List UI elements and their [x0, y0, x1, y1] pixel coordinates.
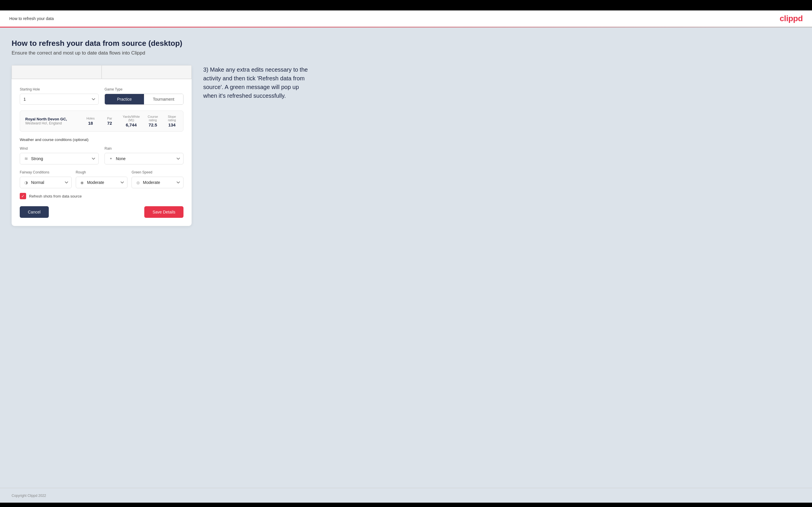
wind-icon [23, 156, 29, 161]
logo: clippd [780, 14, 803, 23]
holes-label: Holes [85, 117, 97, 120]
green-speed-chevron [176, 180, 180, 184]
form-tab-left[interactable] [12, 65, 102, 79]
course-location: Westward Ho!, England [25, 121, 78, 125]
rough-chevron [120, 180, 124, 184]
starting-hole-col: Starting Hole 1 [20, 87, 99, 105]
par-label: Par [104, 117, 116, 120]
refresh-label: Refresh shots from data source [29, 194, 82, 199]
conditions-row: Fairway Conditions Normal Rough [20, 170, 184, 188]
starting-hole-label: Starting Hole [20, 87, 99, 91]
rain-chevron [176, 157, 180, 161]
starting-hole-game-type-row: Starting Hole 1 Game Type Practice Tou [20, 87, 184, 105]
header: How to refresh your data clippd [0, 10, 812, 27]
wind-value: Strong [31, 156, 43, 161]
cancel-button[interactable]: Cancel [20, 206, 49, 218]
green-speed-icon [135, 180, 141, 185]
green-speed-col: Green Speed Moderate [132, 170, 184, 188]
fairway-label: Fairway Conditions [20, 170, 72, 174]
yards-value: 6,744 [122, 122, 140, 127]
rough-icon [80, 180, 85, 185]
refresh-checkbox-row: ✓ Refresh shots from data source [20, 193, 184, 199]
rain-label: Rain [104, 147, 184, 151]
game-type-label: Game Type [104, 87, 184, 91]
form-card-inner: Starting Hole 1 Game Type Practice Tou [12, 79, 192, 226]
fairway-chevron [64, 180, 68, 184]
rough-col: Rough Moderate [76, 170, 128, 188]
starting-hole-select[interactable]: 1 [20, 94, 99, 105]
wind-select[interactable]: Strong [20, 153, 99, 164]
main-content: How to refresh your data from source (de… [0, 27, 812, 488]
tournament-button[interactable]: Tournament [144, 94, 183, 104]
side-instruction: 3) Make any extra edits necessary to the… [203, 65, 313, 100]
form-card: Starting Hole 1 Game Type Practice Tou [12, 65, 192, 226]
wind-rain-row: Wind Strong Rain None [20, 147, 184, 164]
slope-rating-label: Slope rating [166, 115, 178, 122]
course-name: Royal North Devon GC, [25, 117, 78, 121]
fairway-select[interactable]: Normal [20, 177, 72, 188]
practice-button[interactable]: Practice [105, 94, 144, 104]
fairway-value: Normal [31, 180, 44, 185]
yards-label: Yards/White (M)) [122, 115, 140, 122]
page-heading: How to refresh your data from source (de… [12, 39, 800, 48]
course-stat-slope-rating: Slope rating 134 [166, 115, 178, 127]
form-tab-right[interactable] [102, 65, 192, 79]
starting-hole-chevron [92, 97, 96, 101]
starting-hole-value: 1 [23, 97, 26, 102]
checkmark-icon: ✓ [21, 194, 25, 198]
course-stat-holes: Holes 18 [85, 117, 97, 126]
course-stat-par: Par 72 [104, 117, 116, 126]
refresh-checkbox[interactable]: ✓ [20, 193, 26, 199]
course-stat-course-rating: Course rating 72.5 [147, 115, 159, 127]
green-speed-value: Moderate [143, 180, 160, 185]
form-top-tabs [12, 65, 192, 79]
wind-col: Wind Strong [20, 147, 99, 164]
course-rating-label: Course rating [147, 115, 159, 122]
weather-section-title: Weather and course conditions (optional) [20, 137, 184, 142]
green-speed-label: Green Speed [132, 170, 184, 174]
rain-col: Rain None [104, 147, 184, 164]
top-bar [0, 0, 812, 10]
rough-label: Rough [76, 170, 128, 174]
header-title: How to refresh your data [9, 16, 54, 21]
rain-icon [108, 156, 113, 161]
course-name-block: Royal North Devon GC, Westward Ho!, Engl… [25, 117, 78, 125]
footer: Copyright Clippd 2022 [0, 488, 812, 503]
course-info-row: Royal North Devon GC, Westward Ho!, Engl… [20, 111, 184, 132]
rough-select[interactable]: Moderate [76, 177, 128, 188]
footer-copyright: Copyright Clippd 2022 [12, 494, 46, 498]
wind-chevron [92, 157, 96, 161]
course-rating-value: 72.5 [147, 122, 159, 127]
fairway-col: Fairway Conditions Normal [20, 170, 72, 188]
page-heading-block: How to refresh your data from source (de… [12, 39, 800, 56]
par-value: 72 [104, 121, 116, 126]
rain-select[interactable]: None [104, 153, 184, 164]
content-area: Starting Hole 1 Game Type Practice Tou [12, 65, 800, 226]
page-subheading: Ensure the correct and most up to date d… [12, 50, 800, 56]
instruction-text: 3) Make any extra edits necessary to the… [203, 65, 313, 100]
rain-value: None [116, 156, 125, 161]
green-speed-select[interactable]: Moderate [132, 177, 184, 188]
holes-value: 18 [85, 121, 97, 126]
wind-label: Wind [20, 147, 99, 151]
fairway-icon [23, 180, 29, 185]
course-stat-yards: Yards/White (M)) 6,744 [122, 115, 140, 127]
game-type-buttons: Practice Tournament [104, 94, 184, 105]
slope-rating-value: 134 [166, 122, 178, 127]
save-button[interactable]: Save Details [144, 206, 184, 218]
rough-value: Moderate [87, 180, 104, 185]
game-type-col: Game Type Practice Tournament [104, 87, 184, 105]
action-buttons: Cancel Save Details [20, 206, 184, 218]
